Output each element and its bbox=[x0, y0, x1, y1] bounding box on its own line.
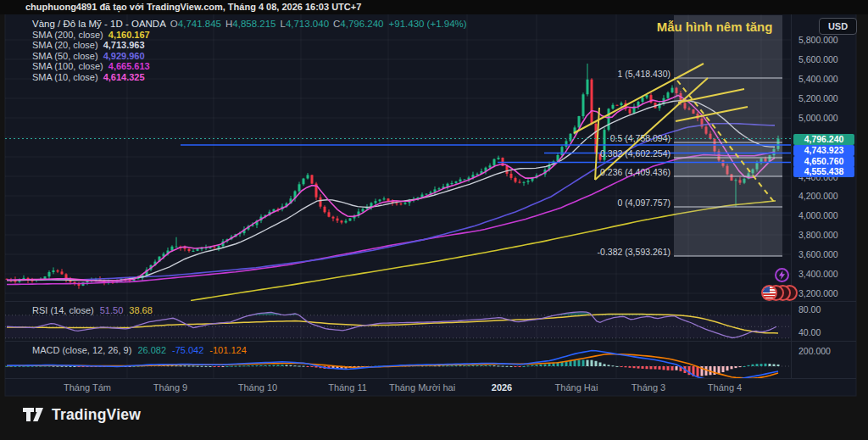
price-line-label: 4,555.438 bbox=[793, 166, 854, 177]
macd-line-value: -75.042 bbox=[172, 345, 203, 355]
macd-hist-value: 26.082 bbox=[137, 345, 166, 355]
axis-price-label: 4,200.000 bbox=[798, 191, 838, 201]
axis-time-label: Tháng Tám bbox=[64, 382, 111, 393]
axis-time-label: Tháng 9 bbox=[153, 382, 187, 393]
axis-price-label: 3,600.000 bbox=[798, 249, 838, 259]
axis-time-label: Tháng 10 bbox=[238, 382, 277, 393]
tradingview-snapshot: chuphuong4891 đã tạo với TradingView.com… bbox=[0, 0, 868, 440]
rsi-label: RSI (14, close) bbox=[32, 305, 94, 315]
axis-time-label: Tháng 4 bbox=[708, 382, 742, 393]
axis-time-label: Tháng 11 bbox=[328, 382, 367, 393]
attribution-bar: chuphuong4891 đã tạo với TradingView.com… bbox=[0, 0, 868, 14]
axis-price-label: 5,800.000 bbox=[798, 35, 838, 45]
price-line-label: 4,743.923 bbox=[793, 145, 854, 156]
axis-time-label: Tháng Hai bbox=[555, 382, 598, 393]
lightning-bolt-icon bbox=[778, 270, 786, 280]
indicator-row[interactable]: SMA (10, close)4,614.325 bbox=[32, 72, 467, 83]
highlight-box[interactable] bbox=[674, 15, 782, 256]
axis-price-label: 5,200.000 bbox=[798, 93, 838, 103]
legend-panel: Vàng / Đô la Mỹ - 1D - OANDAO4,741.845H4… bbox=[32, 19, 467, 83]
axis-time-label: Tháng 3 bbox=[632, 382, 665, 393]
axis-price-label: 40.00 bbox=[798, 327, 821, 337]
tradingview-mark-icon bbox=[22, 406, 45, 424]
symbol-title[interactable]: Vàng / Đô la Mỹ - 1D - OANDA bbox=[32, 19, 166, 29]
macd-signal-value: -101.124 bbox=[209, 345, 246, 355]
axis-price-label: 3,800.000 bbox=[798, 230, 838, 240]
indicator-row[interactable]: SMA (100, close)4,665.613 bbox=[32, 61, 467, 72]
rsi-pane[interactable] bbox=[5, 312, 791, 338]
axis-price-label: 3,400.000 bbox=[798, 269, 838, 279]
ohlc-values: O4,741.845H4,858.215L4,713.040C4,796.240… bbox=[166, 19, 467, 29]
macd-label: MACD (close, 12, 26, 9) bbox=[32, 345, 131, 355]
tradingview-logo[interactable]: TradingView bbox=[22, 406, 141, 424]
indicator-row[interactable]: SMA (200, close)4,160.167 bbox=[32, 30, 467, 41]
fib-level-label: -0.382 (3,593.261) bbox=[598, 247, 670, 257]
rsi-legend[interactable]: RSI (14, close)51.5038.68 bbox=[32, 305, 159, 315]
fib-level-label: 0 (4,097.757) bbox=[618, 198, 670, 208]
indicator-row[interactable]: SMA (20, close)4,713.963 bbox=[32, 40, 467, 51]
us-flag-icon bbox=[761, 285, 777, 301]
currency-button[interactable]: USD bbox=[819, 18, 857, 35]
axis-price-label: 5,000.000 bbox=[798, 113, 838, 123]
axis-price-label: 200.000 bbox=[798, 346, 831, 356]
price-line-label: 4,796.240 bbox=[793, 134, 854, 145]
indicator-row[interactable]: SMA (50, close)4,929.960 bbox=[32, 51, 467, 62]
fib-level-label: 0.236 (4,409.436) bbox=[600, 167, 670, 177]
fib-level-label: 1 (5,418.430) bbox=[618, 69, 670, 79]
axis-time-label: Tháng Mười hai bbox=[389, 382, 455, 393]
logo-text: TradingView bbox=[52, 406, 141, 424]
axis-price-label: 5,600.000 bbox=[798, 54, 838, 64]
axis-price-label: 3,200.000 bbox=[798, 288, 838, 298]
fib-level-label: 0.5 (4,758.094) bbox=[610, 133, 670, 143]
flash-icon[interactable] bbox=[775, 268, 789, 282]
axis-price-label: 5,400.000 bbox=[798, 74, 838, 84]
fib-level-label: 0.382 (4,602.254) bbox=[600, 148, 670, 159]
pattern-annotation: Mẫu hình nêm tăng bbox=[643, 19, 787, 34]
rsi-value: 51.50 bbox=[100, 305, 124, 315]
axis-time-label: 2026 bbox=[492, 382, 512, 393]
rsi-ma-value: 38.68 bbox=[129, 305, 153, 315]
us-economic-events-icon[interactable] bbox=[761, 284, 800, 302]
axis-price-label: 4,000.000 bbox=[798, 210, 838, 220]
macd-legend[interactable]: MACD (close, 12, 26, 9)26.082-75.042-101… bbox=[32, 345, 253, 355]
axis-price-label: 80.00 bbox=[798, 304, 821, 315]
